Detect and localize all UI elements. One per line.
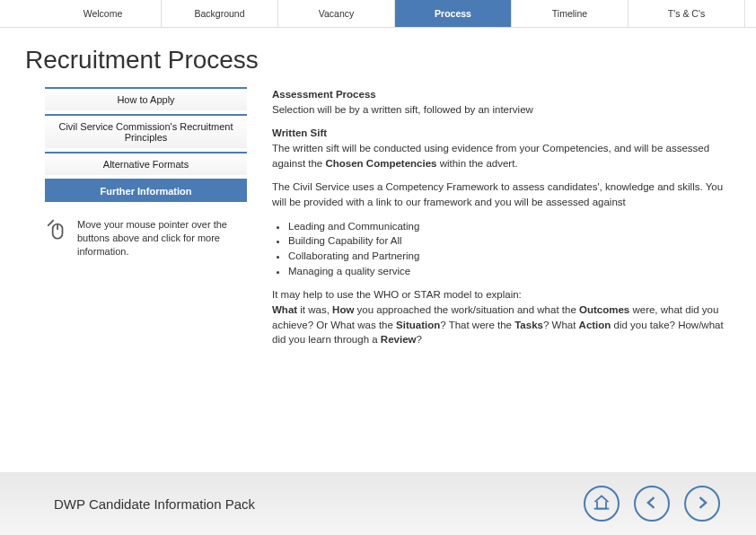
footer: DWP Candidate Information Pack <box>0 472 756 535</box>
sidebar: How to Apply Civil Service Commission's … <box>45 87 247 356</box>
sift-para: Written SiftThe written sift will be con… <box>272 126 729 171</box>
page-title: Recruitment Process <box>25 46 756 75</box>
tab-timeline[interactable]: Timeline <box>512 0 629 27</box>
sidebar-item-further-info[interactable]: Further Information <box>45 179 247 202</box>
footer-nav <box>584 486 720 522</box>
home-button[interactable] <box>584 486 620 522</box>
content: How to Apply Civil Service Commission's … <box>0 87 756 356</box>
home-icon <box>593 494 611 514</box>
sidebar-item-alt-formats[interactable]: Alternative Formats <box>45 152 247 175</box>
assessment-para: Assessment ProcessSelection will be by a… <box>272 87 729 117</box>
tab-vacancy[interactable]: Vacancy <box>278 0 395 27</box>
tab-process[interactable]: Process <box>395 0 512 27</box>
arrow-right-icon <box>693 494 711 514</box>
next-button[interactable] <box>684 486 720 522</box>
tab-welcome[interactable]: Welcome <box>45 0 162 27</box>
who-star-para: It may help to use the WHO or STAR model… <box>272 287 729 347</box>
main-content: Assessment ProcessSelection will be by a… <box>272 87 729 356</box>
footer-title: DWP Candidate Information Pack <box>54 496 255 512</box>
framework-para: The Civil Service uses a Competency Fram… <box>272 180 729 209</box>
hint: Move your mouse pointer over the buttons… <box>45 218 247 259</box>
top-nav: Welcome Background Vacancy Process Timel… <box>0 0 756 28</box>
mouse-icon <box>45 218 68 241</box>
prev-button[interactable] <box>634 486 670 522</box>
sidebar-item-how-to-apply[interactable]: How to Apply <box>45 87 247 110</box>
list-item: Managing a quality service <box>288 264 729 279</box>
arrow-left-icon <box>643 494 661 514</box>
sidebar-item-principles[interactable]: Civil Service Commission's Recruitment P… <box>45 114 247 148</box>
sift-heading: Written Sift <box>272 127 327 138</box>
list-item: Building Capability for All <box>288 233 729 249</box>
tab-background[interactable]: Background <box>162 0 278 27</box>
competency-list: Leading and Communicating Building Capab… <box>288 219 729 279</box>
list-item: Collaborating and Partnering <box>288 249 729 264</box>
assessment-heading: Assessment Process <box>272 89 376 100</box>
hint-text: Move your mouse pointer over the buttons… <box>77 218 247 259</box>
assessment-body: Selection will be by a written sift, fol… <box>272 104 533 115</box>
list-item: Leading and Communicating <box>288 219 729 234</box>
tab-terms[interactable]: T's & C's <box>629 0 745 27</box>
